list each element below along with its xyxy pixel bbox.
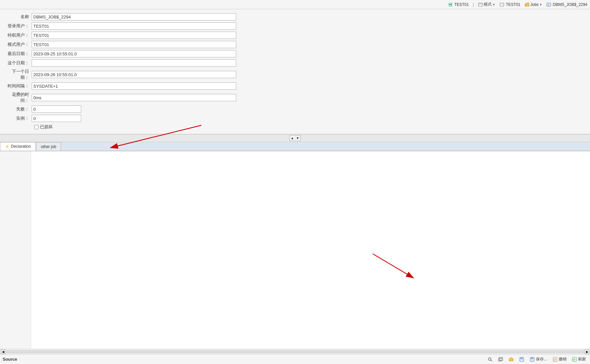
svg-rect-16 xyxy=(520,360,523,361)
prop-row-next-date: 下一个日期： xyxy=(5,69,585,80)
source-actions: 保存... ↺ 撤销 ⟳ xyxy=(486,356,587,363)
refresh-label: 刷新 xyxy=(578,356,586,362)
revert-btn[interactable]: ↺ 撤销 xyxy=(551,356,568,363)
scroll-left-btn[interactable]: ◀ xyxy=(1,349,5,354)
tab-declaration[interactable]: ⚡ Declaration xyxy=(0,142,36,151)
tab-declaration-label: Declaration xyxy=(11,144,31,149)
prop-row-schema-user: 模式用户： xyxy=(5,41,585,48)
checkbox-row-broken: 已损坏 xyxy=(34,124,585,130)
tab-other-job-label: other job xyxy=(41,144,56,149)
refresh-btn[interactable]: ⟳ 刷新 xyxy=(571,356,587,363)
divider-down-btn[interactable]: ▼ xyxy=(295,136,300,141)
jobs-chevron-icon: ▼ xyxy=(539,3,542,6)
input-instance[interactable] xyxy=(32,115,81,122)
main-area: 名称 登录用户： 特权用户： 模式用户： 最后日期： 这个日期： 下一个日期： xyxy=(0,9,590,364)
toolbar-schema-label: 模式 xyxy=(484,2,492,7)
label-interval: 时间间隔： xyxy=(5,83,32,89)
divider-arrows[interactable]: ▲ ▼ xyxy=(289,135,301,141)
checkbox-broken-label[interactable]: 已损坏 xyxy=(34,124,53,130)
input-cost-time[interactable] xyxy=(32,94,236,101)
svg-text:📄: 📄 xyxy=(500,3,503,6)
top-toolbar: TEST01 | 模式 ▼ 📄 TEST01 Jobs ▼ xyxy=(0,0,590,9)
input-last-date[interactable] xyxy=(32,50,236,57)
prop-row-last-date: 最后日期： xyxy=(5,50,585,57)
label-priv-user: 特权用户： xyxy=(5,32,32,38)
svg-text:↺: ↺ xyxy=(553,358,556,361)
input-login-user[interactable] xyxy=(32,22,236,30)
revert-icon: ↺ xyxy=(552,357,558,362)
input-schema-user[interactable] xyxy=(32,41,236,48)
declaration-tab-icon: ⚡ xyxy=(5,144,10,149)
svg-rect-15 xyxy=(520,357,523,359)
svg-text:⟳: ⟳ xyxy=(573,358,575,361)
code-editor[interactable] xyxy=(31,151,590,349)
save-btn[interactable]: 保存... xyxy=(528,356,548,363)
svg-rect-2 xyxy=(478,3,482,6)
scroll-right-btn[interactable]: ▶ xyxy=(585,349,589,354)
input-failures[interactable] xyxy=(32,106,81,113)
schema-chevron-icon: ▼ xyxy=(492,3,495,6)
toolbar-jobs[interactable]: Jobs ▼ xyxy=(524,2,542,7)
toolbar-job-item[interactable]: J DBMS_JOB$_2294 xyxy=(546,2,587,7)
db-icon xyxy=(448,2,453,7)
svg-point-8 xyxy=(488,358,491,360)
toolbar-jobs-label: Jobs xyxy=(530,2,539,7)
save-copy-action[interactable] xyxy=(497,356,505,363)
checkbox-broken[interactable] xyxy=(34,125,39,129)
label-name: 名称 xyxy=(5,14,32,20)
prop-row-instance: 实例： xyxy=(5,115,585,122)
label-login-user: 登录用户： xyxy=(5,23,32,29)
tab-other-job[interactable]: other job xyxy=(36,142,61,151)
job-icon: J xyxy=(546,2,551,7)
divider-area: ▲ ▼ xyxy=(0,134,590,142)
save-file-action[interactable] xyxy=(518,356,526,363)
input-next-date[interactable] xyxy=(32,71,236,78)
editor-left-gutter xyxy=(0,151,31,349)
label-last-date: 最后日期： xyxy=(5,51,32,57)
save-copy-icon xyxy=(498,357,503,362)
input-this-date[interactable] xyxy=(32,59,236,67)
prop-row-priv-user: 特权用户： xyxy=(5,32,585,39)
input-name[interactable] xyxy=(32,13,236,20)
open-icon xyxy=(508,357,514,362)
toolbar-job-label: DBMS_JOB$_2294 xyxy=(553,2,587,7)
toolbar-schema[interactable]: 模式 ▼ xyxy=(478,2,495,7)
label-next-date: 下一个日期： xyxy=(5,69,32,80)
svg-point-1 xyxy=(449,5,452,6)
tabs-bar: ⚡ Declaration other job xyxy=(0,142,590,151)
prop-row-failures: 失败： xyxy=(5,106,585,113)
search-action[interactable] xyxy=(486,356,494,363)
label-instance: 实例： xyxy=(5,115,32,121)
prop-row-this-date: 这个日期： xyxy=(5,59,585,67)
bottom-section: ⚡ Declaration other job ◀ ▶ Source xyxy=(0,142,590,364)
checkbox-broken-text: 已损坏 xyxy=(40,124,53,130)
refresh-icon: ⟳ xyxy=(572,357,577,362)
input-priv-user[interactable] xyxy=(32,32,236,39)
toolbar-connection[interactable]: TEST01 xyxy=(448,2,469,7)
label-failures: 失败： xyxy=(5,106,32,112)
open-action[interactable] xyxy=(507,356,515,363)
schema-icon xyxy=(478,2,483,7)
h-scrollbar[interactable]: ◀ ▶ xyxy=(0,349,590,354)
save-label: 保存... xyxy=(536,356,547,362)
source-label: Source xyxy=(3,357,17,362)
divider-up-btn[interactable]: ▲ xyxy=(290,136,295,141)
svg-rect-18 xyxy=(531,357,533,359)
revert-label: 撤销 xyxy=(559,356,567,362)
save-file-icon xyxy=(519,357,524,362)
toolbar-user[interactable]: 📄 TEST01 xyxy=(499,2,520,7)
source-bar: Source xyxy=(0,354,590,364)
label-cost-time: 花费的时间： xyxy=(5,92,32,104)
folder-icon xyxy=(524,2,530,7)
label-schema-user: 模式用户： xyxy=(5,42,32,47)
prop-row-name: 名称 xyxy=(5,13,585,20)
save-icon xyxy=(530,357,535,362)
prop-row-login-user: 登录用户： xyxy=(5,22,585,30)
label-this-date: 这个日期： xyxy=(5,60,32,66)
prop-row-interval: 时间间隔： xyxy=(5,82,585,90)
svg-line-9 xyxy=(491,360,492,361)
svg-text:J: J xyxy=(547,3,549,6)
input-interval[interactable] xyxy=(32,82,236,90)
separator-1: | xyxy=(473,2,474,7)
toolbar-user-label: TEST01 xyxy=(506,2,520,7)
